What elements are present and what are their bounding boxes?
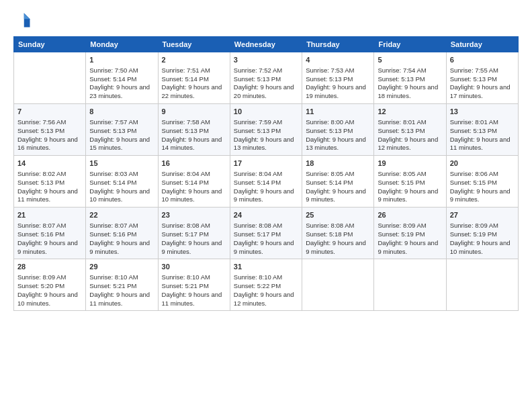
day-info: Sunrise: 8:09 AM Sunset: 5:20 PM Dayligh… [17,273,82,308]
calendar-cell: 17Sunrise: 8:04 AM Sunset: 5:14 PM Dayli… [230,156,302,208]
calendar-cell: 18Sunrise: 8:05 AM Sunset: 5:14 PM Dayli… [302,156,374,208]
day-info: Sunrise: 8:01 AM Sunset: 5:13 PM Dayligh… [378,118,442,152]
calendar-cell: 19Sunrise: 8:05 AM Sunset: 5:15 PM Dayli… [374,156,446,208]
page: SundayMondayTuesdayWednesdayThursdayFrid… [0,0,532,411]
day-info: Sunrise: 8:09 AM Sunset: 5:19 PM Dayligh… [378,222,442,256]
day-info: Sunrise: 8:08 AM Sunset: 5:18 PM Dayligh… [306,222,370,256]
day-number: 26 [378,210,442,220]
day-number: 20 [450,158,515,169]
day-info: Sunrise: 8:02 AM Sunset: 5:13 PM Dayligh… [17,170,82,204]
calendar-cell: 8Sunrise: 7:57 AM Sunset: 5:13 PM Daylig… [86,104,158,156]
day-info: Sunrise: 7:50 AM Sunset: 5:14 PM Dayligh… [89,66,154,101]
day-info: Sunrise: 8:07 AM Sunset: 5:16 PM Dayligh… [89,222,154,256]
day-info: Sunrise: 8:09 AM Sunset: 5:19 PM Dayligh… [450,222,515,256]
day-number: 12 [378,107,442,117]
day-info: Sunrise: 8:06 AM Sunset: 5:15 PM Dayligh… [450,170,515,204]
calendar-cell: 15Sunrise: 8:03 AM Sunset: 5:14 PM Dayli… [86,156,158,208]
calendar-cell: 20Sunrise: 8:06 AM Sunset: 5:15 PM Dayli… [446,156,518,208]
calendar-week-row: 28Sunrise: 8:09 AM Sunset: 5:20 PM Dayli… [14,259,519,311]
day-number: 1 [89,55,154,65]
calendar-cell: 3Sunrise: 7:52 AM Sunset: 5:13 PM Daylig… [230,52,302,104]
calendar-cell: 1Sunrise: 7:50 AM Sunset: 5:14 PM Daylig… [86,52,158,104]
calendar-week-row: 21Sunrise: 8:07 AM Sunset: 5:16 PM Dayli… [14,208,519,259]
calendar-cell: 25Sunrise: 8:08 AM Sunset: 5:18 PM Dayli… [302,208,374,259]
calendar-cell: 4Sunrise: 7:53 AM Sunset: 5:13 PM Daylig… [302,52,374,104]
day-info: Sunrise: 8:03 AM Sunset: 5:14 PM Dayligh… [89,170,154,204]
calendar-body: 1Sunrise: 7:50 AM Sunset: 5:14 PM Daylig… [14,52,519,311]
day-number: 11 [306,107,370,117]
day-number: 17 [234,158,298,169]
day-number: 9 [162,107,226,117]
calendar-cell: 11Sunrise: 8:00 AM Sunset: 5:13 PM Dayli… [302,104,374,156]
day-info: Sunrise: 8:04 AM Sunset: 5:14 PM Dayligh… [234,170,298,204]
calendar-cell: 16Sunrise: 8:04 AM Sunset: 5:14 PM Dayli… [158,156,230,208]
day-info: Sunrise: 8:04 AM Sunset: 5:14 PM Dayligh… [162,170,226,204]
header [13,11,519,30]
calendar-cell: 30Sunrise: 8:10 AM Sunset: 5:21 PM Dayli… [158,259,230,311]
day-number: 4 [306,55,370,65]
calendar-cell [446,259,518,311]
day-number: 8 [89,107,154,117]
day-info: Sunrise: 7:52 AM Sunset: 5:13 PM Dayligh… [234,66,298,101]
day-of-week-header: Friday [374,37,446,52]
day-info: Sunrise: 8:10 AM Sunset: 5:22 PM Dayligh… [234,273,298,308]
day-info: Sunrise: 8:00 AM Sunset: 5:13 PM Dayligh… [306,118,370,152]
calendar-cell: 29Sunrise: 8:10 AM Sunset: 5:21 PM Dayli… [86,259,158,311]
day-info: Sunrise: 7:51 AM Sunset: 5:14 PM Dayligh… [162,66,226,101]
calendar-cell: 27Sunrise: 8:09 AM Sunset: 5:19 PM Dayli… [446,208,518,259]
calendar-header: SundayMondayTuesdayWednesdayThursdayFrid… [14,37,519,52]
day-number: 7 [17,107,82,117]
calendar-cell: 9Sunrise: 7:58 AM Sunset: 5:13 PM Daylig… [158,104,230,156]
day-number: 5 [378,55,442,65]
day-number: 25 [306,210,370,220]
day-info: Sunrise: 7:59 AM Sunset: 5:13 PM Dayligh… [234,118,298,152]
day-info: Sunrise: 8:01 AM Sunset: 5:13 PM Dayligh… [450,118,515,152]
calendar-cell: 5Sunrise: 7:54 AM Sunset: 5:13 PM Daylig… [374,52,446,104]
day-info: Sunrise: 8:05 AM Sunset: 5:15 PM Dayligh… [378,170,442,204]
day-number: 19 [378,158,442,169]
calendar-week-row: 1Sunrise: 7:50 AM Sunset: 5:14 PM Daylig… [14,52,519,104]
day-of-week-header: Sunday [14,37,86,52]
calendar-cell: 10Sunrise: 7:59 AM Sunset: 5:13 PM Dayli… [230,104,302,156]
day-info: Sunrise: 7:58 AM Sunset: 5:13 PM Dayligh… [162,118,226,152]
day-info: Sunrise: 8:07 AM Sunset: 5:16 PM Dayligh… [17,222,82,256]
calendar-cell: 23Sunrise: 8:08 AM Sunset: 5:17 PM Dayli… [158,208,230,259]
calendar-cell: 31Sunrise: 8:10 AM Sunset: 5:22 PM Dayli… [230,259,302,311]
day-info: Sunrise: 8:05 AM Sunset: 5:14 PM Dayligh… [306,170,370,204]
calendar-cell: 22Sunrise: 8:07 AM Sunset: 5:16 PM Dayli… [86,208,158,259]
calendar-cell: 6Sunrise: 7:55 AM Sunset: 5:13 PM Daylig… [446,52,518,104]
day-number: 13 [450,107,515,117]
svg-marker-1 [24,13,30,19]
day-number: 10 [234,107,298,117]
calendar-cell: 13Sunrise: 8:01 AM Sunset: 5:13 PM Dayli… [446,104,518,156]
calendar-cell: 14Sunrise: 8:02 AM Sunset: 5:13 PM Dayli… [14,156,86,208]
day-info: Sunrise: 7:56 AM Sunset: 5:13 PM Dayligh… [17,118,82,152]
day-of-week-header: Thursday [302,37,374,52]
day-number: 29 [89,262,154,272]
calendar-week-row: 7Sunrise: 7:56 AM Sunset: 5:13 PM Daylig… [14,104,519,156]
day-number: 3 [234,55,298,65]
day-number: 28 [17,262,82,272]
day-info: Sunrise: 8:10 AM Sunset: 5:21 PM Dayligh… [162,273,226,308]
calendar-cell [14,52,86,104]
day-number: 22 [89,210,154,220]
logo-icon [13,11,32,30]
calendar-cell: 26Sunrise: 8:09 AM Sunset: 5:19 PM Dayli… [374,208,446,259]
calendar-table: SundayMondayTuesdayWednesdayThursdayFrid… [13,36,519,311]
day-info: Sunrise: 7:54 AM Sunset: 5:13 PM Dayligh… [378,66,442,101]
day-number: 6 [450,55,515,65]
day-number: 30 [162,262,226,272]
logo [13,11,35,30]
calendar-cell [374,259,446,311]
calendar-week-row: 14Sunrise: 8:02 AM Sunset: 5:13 PM Dayli… [14,156,519,208]
day-info: Sunrise: 8:08 AM Sunset: 5:17 PM Dayligh… [162,222,226,256]
day-of-week-header: Tuesday [158,37,230,52]
day-info: Sunrise: 7:57 AM Sunset: 5:13 PM Dayligh… [89,118,154,152]
day-number: 21 [17,210,82,220]
day-of-week-header: Wednesday [230,37,302,52]
calendar-cell: 2Sunrise: 7:51 AM Sunset: 5:14 PM Daylig… [158,52,230,104]
day-of-week-header: Saturday [446,37,518,52]
day-info: Sunrise: 8:10 AM Sunset: 5:21 PM Dayligh… [89,273,154,308]
calendar-cell: 28Sunrise: 8:09 AM Sunset: 5:20 PM Dayli… [14,259,86,311]
day-number: 15 [89,158,154,169]
